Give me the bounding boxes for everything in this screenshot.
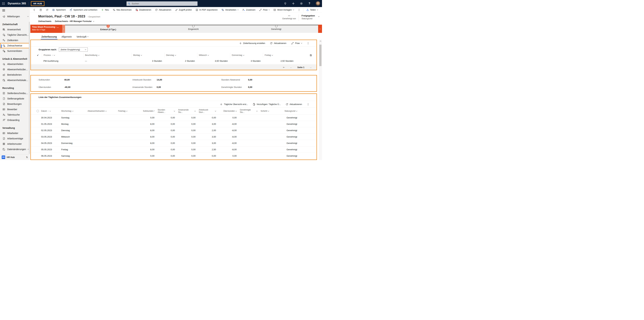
select-all-radio[interactable] xyxy=(36,110,39,112)
column-header-sollstunden[interactable]: Sollstunden xyxy=(143,110,156,112)
scrollbar-thumb[interactable] xyxy=(319,44,322,66)
sidebar-item-abwesenheitskale[interactable]: Abwesenheitskale... xyxy=(0,78,30,83)
sidebar-item-mitarbeiter[interactable]: Mitarbeiter xyxy=(0,130,30,136)
more-grid-commands-button[interactable] xyxy=(307,42,310,44)
search-input[interactable] xyxy=(132,2,196,5)
column-header-montag[interactable]: Montag xyxy=(132,53,164,58)
column-header-wochentag[interactable]: Wochentag xyxy=(60,110,86,112)
environment-picker[interactable]: HR HUB xyxy=(31,1,44,6)
teilen-button[interactable]: Teilen xyxy=(304,8,320,12)
tab-verknuepft[interactable]: Verknüpft xyxy=(76,34,89,40)
column-header-freitag[interactable]: Freitag xyxy=(263,53,296,58)
sidebar-item-talentsuche[interactable]: Talentsuche xyxy=(0,112,30,118)
area-switcher[interactable]: HH HR Hub ⇅ xyxy=(0,154,30,160)
column-header-abwesenheitsarten[interactable]: Abwesenheitsarten xyxy=(86,110,116,112)
sidebar-item-stellenbeschreibu[interactable]: Stellenbeschreibu... xyxy=(0,90,30,96)
column-header-stunden-abwes[interactable]: Stunden Abwes... xyxy=(156,109,176,114)
column-header-ueberstunden[interactable]: Überstunden xyxy=(218,110,238,112)
waffle-menu-icon[interactable] xyxy=(0,0,7,7)
column-header-statusgrund[interactable]: Statusgrund xyxy=(281,110,299,112)
daily-summary-row[interactable]: 03.05.2023Mittwoch8,000,000,003,50-8,00G… xyxy=(31,134,316,140)
sidebar-item-zeitnachweise[interactable]: 7Zeitnachweise xyxy=(0,43,30,48)
chevron-down-icon[interactable] xyxy=(28,148,29,150)
save-grid-layout-icon[interactable] xyxy=(310,54,312,56)
deaktivieren-button[interactable]: Deaktivieren xyxy=(134,8,153,12)
chevron-down-icon[interactable] xyxy=(318,16,320,17)
sidebar-item-arbeitsvertraege[interactable]: Arbeitsverträge xyxy=(0,136,30,141)
taegliche-uebersicht-erst-button[interactable]: Tägliche Übersicht erst... xyxy=(220,103,248,106)
column-header-beschreibung[interactable]: Beschreibung xyxy=(83,53,132,58)
zuweisen-button[interactable]: Zuweisen xyxy=(240,8,257,12)
app-brand[interactable]: Dynamics 365 xyxy=(8,2,26,5)
bpf-stage-genehmigt[interactable]: Genehmigt xyxy=(271,25,281,30)
chevron-up-icon[interactable] xyxy=(27,16,29,18)
back-button[interactable] xyxy=(31,8,38,12)
gear-icon[interactable] xyxy=(300,2,303,5)
sidebar-item-stellenangebote[interactable]: Stellenangebote xyxy=(0,96,30,101)
speichern-button[interactable]: Speichern xyxy=(50,8,68,12)
daily-summary-row[interactable]: 06.05.2023Samstag0,000,000,000,000,00Gen… xyxy=(31,152,316,159)
neu-berechnen-button[interactable]: Neu Berechnen xyxy=(111,8,134,12)
column-header-prozess[interactable]: Prozess↑ xyxy=(42,53,83,58)
aktualisieren-button[interactable]: Aktualisieren xyxy=(270,42,286,44)
daily-summary-row[interactable]: 01.05.2023Montag8,000,000,003,00-8,00Gen… xyxy=(31,121,316,127)
help-icon[interactable]: ? xyxy=(308,2,311,5)
hinzufuegen-taegliche-ue-button[interactable]: hinzufügen: Tägliche Ü... xyxy=(253,103,281,106)
aktualisieren-button[interactable]: Aktualisieren xyxy=(286,103,302,106)
scroll-up-icon[interactable] xyxy=(319,40,322,42)
daily-summary-row[interactable]: 02.05.2023Dienstag8,000,000,002,00-8,00G… xyxy=(31,127,316,134)
more-list-commands-button[interactable] xyxy=(307,103,310,106)
column-header-arbeitszeit-stun[interactable]: Arbeitszeit Stun... xyxy=(197,109,218,114)
column-header-genehmigte-stu[interactable]: Genehmigte Stu... xyxy=(238,109,259,114)
vertical-scrollbar[interactable] xyxy=(319,40,322,160)
zugriff-pruefen-button[interactable]: Zugriff prüfen xyxy=(173,8,194,12)
column-header-dienstag[interactable]: Dienstag xyxy=(164,53,197,58)
sidebar-item-abwesenheitsuebe[interactable]: Abwesenheitsübe... xyxy=(0,67,30,72)
column-header-mittwoch[interactable]: Mittwoch xyxy=(197,53,230,58)
next-page-icon[interactable]: → xyxy=(310,66,312,68)
previous-page-icon[interactable]: ← xyxy=(290,66,292,68)
flow-button[interactable]: Flow xyxy=(257,8,272,12)
lightbulb-icon[interactable] xyxy=(284,2,287,5)
hamburger-menu-icon[interactable] xyxy=(0,7,30,14)
sidebar-item-arbeitsmuster[interactable]: Arbeitsmuster xyxy=(0,141,30,146)
select-all-check[interactable]: ✓ xyxy=(37,54,42,56)
column-header-datum[interactable]: Datum↑ xyxy=(40,110,60,112)
first-page-icon[interactable]: ⇤ xyxy=(283,66,285,68)
field-stunden-abwesend[interactable]: Stunden Abwesend0,00 xyxy=(221,78,252,81)
global-search[interactable] xyxy=(126,1,198,6)
sidebar-item-abwesenheiten[interactable]: Abwesenheiten xyxy=(0,62,30,67)
time-entry-row[interactable]: PM Ausführung---3 Stunden2 Stunden3,50 S… xyxy=(31,58,316,64)
in-pdf-exportieren-button[interactable]: PDFIn PDF exportieren xyxy=(194,8,220,12)
bpf-process-box[interactable]: Time Sheet Processing - ... Aktiv für 4 … xyxy=(30,25,62,33)
bpf-expand-icon[interactable]: › xyxy=(318,25,322,33)
form-selector[interactable]: Zeitnachweis - HR Manager Formular xyxy=(55,20,92,22)
daily-summary-row[interactable]: 05.05.2023Freitag8,000,000,002,50-8,00Ge… xyxy=(31,146,316,152)
plus-icon[interactable] xyxy=(292,2,295,5)
verarbeiten-button[interactable]: Verarbeiten xyxy=(220,8,240,12)
tab-zeiterfassung[interactable]: Zeiterfassung xyxy=(41,34,57,40)
aktualisieren-button[interactable]: Aktualisieren xyxy=(153,8,173,12)
sidebar-item-summenlisten[interactable]: Summenlisten xyxy=(0,48,30,54)
zeiterfassung-erstellen-button[interactable]: Zeiterfassung erstellen xyxy=(239,42,265,44)
field-ueberstunden[interactable]: Überstunden-40,00 xyxy=(38,86,70,88)
column-header-schicht[interactable]: Schicht xyxy=(259,110,281,112)
flow-button[interactable]: Flow xyxy=(291,42,302,44)
sidebar-item-bewerbungen[interactable]: Bewerbungen xyxy=(0,101,30,107)
sidebar-item-onboarding[interactable]: Onboarding xyxy=(0,118,30,123)
field-anwesende-stunden[interactable]: Anwesende Stunden0,00 xyxy=(132,86,161,88)
status-reason-field[interactable]: Freigegeben Statusgrund xyxy=(302,14,315,20)
bpf-stage-entwurf[interactable]: Entwurf (4 Tge.) xyxy=(100,25,116,31)
sidebar-item-mitteilungen[interactable]: Mitteilungen xyxy=(0,14,30,19)
column-header-feiertag[interactable]: Feiertag xyxy=(116,110,143,112)
word-vorlagen-button[interactable]: Word-Vorlagen xyxy=(272,8,296,12)
field-arbeitszeit-stunden[interactable]: Arbeitszeit Stunden14,00 xyxy=(132,78,162,81)
sidebar-item-taegliche-uebersicht[interactable]: 1Tägliche Übersicht... xyxy=(0,32,30,38)
open-in-new-window-button[interactable] xyxy=(44,8,50,12)
column-header-donnerstag[interactable]: Donnerstag xyxy=(230,53,263,58)
sidebar-item-zeitkonten[interactable]: Zeitkonten xyxy=(0,38,30,43)
area-switch-icon[interactable]: ⇅ xyxy=(26,156,28,158)
group-by-dropdown[interactable]: (keine Gruppierung) xyxy=(59,48,88,52)
speichern-und-schliessen-button[interactable]: Speichern und schließen xyxy=(68,8,99,12)
sidebar-item-datenaenderungen[interactable]: Datenänderungen xyxy=(0,146,30,152)
